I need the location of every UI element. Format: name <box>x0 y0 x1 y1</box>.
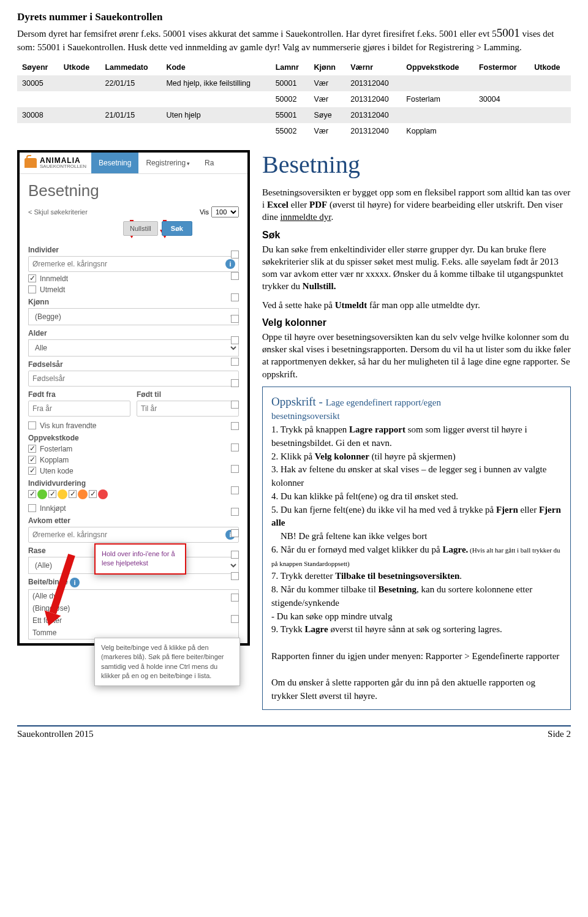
recipe-step-3: 3. Hak av feltene du ønsker at skal vise… <box>271 463 562 490</box>
table-cell <box>59 123 100 139</box>
oremerke-input[interactable] <box>28 256 239 272</box>
row-checkbox[interactable] <box>231 572 239 580</box>
table-cell: Vær <box>309 123 346 139</box>
til-input[interactable] <box>137 401 239 417</box>
callout-hover-info: Hold over info-i'ene for å lese hjelpete… <box>94 543 186 575</box>
label-kopplam: Kopplam <box>40 456 69 464</box>
row-checkbox[interactable] <box>231 422 239 430</box>
label-fodt-til: Født til <box>137 390 239 399</box>
row-checkbox[interactable] <box>231 315 239 323</box>
table-cell: 55002 <box>271 123 309 139</box>
table-cell: 201312040 <box>345 123 401 139</box>
footer-right: Side 2 <box>548 729 571 739</box>
table-header: Værnr <box>345 59 401 75</box>
recipe-step-8: 8. Når du kommer tilbake til Besetning, … <box>271 583 562 610</box>
row-checkbox[interactable] <box>231 551 239 559</box>
table-cell: 50001 <box>271 75 309 91</box>
label-individvurdering: Individvurdering <box>28 479 239 488</box>
avkom-input[interactable] <box>28 527 239 543</box>
table-cell <box>529 107 571 123</box>
checkbox-kopplam[interactable] <box>28 456 36 464</box>
recipe-step-5: 5. Du kan fjerne felt(ene) du ikke vil h… <box>271 504 562 530</box>
row-checkbox[interactable] <box>231 465 239 473</box>
nullstill-button[interactable]: Nullstill <box>123 221 158 236</box>
vis-select[interactable]: 100 <box>211 206 239 217</box>
hide-criteria-link[interactable]: < Skjul søkekriterier <box>28 208 88 216</box>
sok-button[interactable]: Søk <box>162 221 192 236</box>
checkbox-utmeldt[interactable] <box>28 285 36 293</box>
label-innmeldt: Innmeldt <box>40 274 68 283</box>
row-checkbox[interactable] <box>231 615 239 623</box>
checkbox-smiley[interactable] <box>89 490 97 498</box>
list-item[interactable]: Tomme <box>29 627 238 639</box>
checkbox-innmeldt[interactable] <box>28 274 36 282</box>
checkbox-fosterlam[interactable] <box>28 445 36 453</box>
fra-input[interactable] <box>28 401 130 417</box>
checkbox-fravendte[interactable] <box>28 421 36 429</box>
label-utenkode: Uten kode <box>40 467 74 475</box>
row-checkbox[interactable] <box>231 251 239 258</box>
table-cell <box>474 75 529 91</box>
checkbox-smiley[interactable] <box>69 490 77 498</box>
table-cell <box>100 91 161 107</box>
chevron-down-icon: ▾ <box>187 160 190 167</box>
tab-registrering[interactable]: Registrering▾ <box>138 153 197 173</box>
page-heading: Dyrets nummer i Sauekontrollen <box>17 11 571 23</box>
table-cell: 55001 <box>271 107 309 123</box>
row-checkbox[interactable] <box>231 486 239 494</box>
section-heading-besetning: Besetning <box>262 150 571 179</box>
checkbox-smiley[interactable] <box>48 490 56 498</box>
table-cell: 30004 <box>474 91 529 107</box>
footer-left: Sauekontrollen 2015 <box>17 729 94 739</box>
label-alder: Alder <box>28 329 239 338</box>
alder-select[interactable]: Alle <box>28 339 239 357</box>
table-header: Lammedato <box>100 59 161 75</box>
smiley-red-icon <box>98 489 108 499</box>
row-checkbox[interactable] <box>231 379 239 387</box>
besetning-intro: Besetningsoversikten er bygget opp som e… <box>262 186 571 224</box>
recipe-footer-2: Om du ønsker å slette rapporten går du i… <box>271 676 562 703</box>
table-cell: 22/01/15 <box>100 75 161 91</box>
checkbox-smiley[interactable] <box>28 490 36 498</box>
table-cell <box>17 123 59 139</box>
table-cell: 201312040 <box>345 107 401 123</box>
table-cell <box>100 123 161 139</box>
sok-paragraph: Du kan søke frem enkeltindivider eller s… <box>262 243 571 293</box>
kjonn-select[interactable]: (Begge) <box>28 308 239 325</box>
logo-icon <box>24 158 37 168</box>
row-checkbox[interactable] <box>231 358 239 366</box>
label-fravendte: Vis kun fravendte <box>40 421 97 430</box>
table-cell <box>59 75 100 91</box>
table-cell: Kopplam <box>401 123 474 139</box>
label-avkom: Avkom etter <box>28 516 239 525</box>
recipe-step-4: 4. Du kan klikke på felt(ene) og dra til… <box>271 490 562 504</box>
recipe-title: Oppskrift - <box>271 395 326 408</box>
checkbox-innkjopt[interactable] <box>28 504 36 512</box>
table-cell: 30008 <box>17 107 59 123</box>
tab-besetning[interactable]: Besetning <box>91 153 138 173</box>
intro-paragraph: Dersom dyret har femsifret ørenr f.eks. … <box>17 25 571 53</box>
row-checkbox[interactable] <box>231 272 239 280</box>
row-checkbox[interactable] <box>231 508 239 516</box>
row-checkbox[interactable] <box>231 443 239 451</box>
smiley-yellow-icon <box>58 489 67 499</box>
row-checkbox[interactable] <box>231 594 239 602</box>
recipe-step-6: 6. Når du er fornøyd med valget klikker … <box>271 543 562 570</box>
label-oppvekstkode: Oppvekstkode <box>28 434 239 442</box>
tab-rapporter-cut[interactable]: Ra <box>197 153 221 173</box>
table-header: Kode <box>161 59 270 75</box>
row-checkbox[interactable] <box>231 529 239 537</box>
fodselsaar-input[interactable] <box>28 371 239 387</box>
checkbox-utenkode[interactable] <box>28 467 36 475</box>
table-cell <box>529 123 571 139</box>
table-cell: Uten hjelp <box>161 107 270 123</box>
subheading-velg-kolonner: Velg kolonner <box>262 317 571 328</box>
row-checkbox[interactable] <box>231 293 239 301</box>
smiley-filter[interactable] <box>28 489 239 499</box>
row-checkbox[interactable] <box>231 401 239 409</box>
table-header: Lamnr <box>271 59 309 75</box>
table-cell: Vær <box>309 75 346 91</box>
table-cell: 21/01/15 <box>100 107 161 123</box>
row-checkbox[interactable] <box>231 336 239 344</box>
table-cell: 201312040 <box>345 91 401 107</box>
